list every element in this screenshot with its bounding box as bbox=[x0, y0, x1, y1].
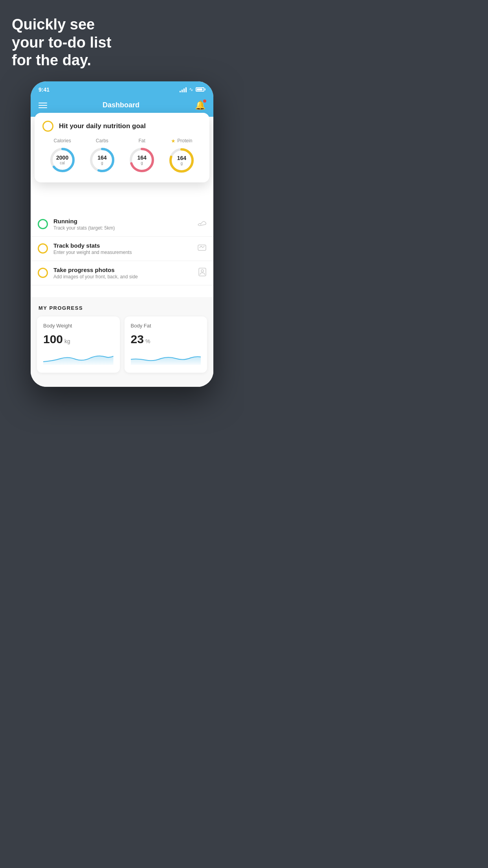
body-weight-value-row: 100 kg bbox=[43, 333, 114, 346]
notification-dot bbox=[203, 99, 206, 103]
signal-icon bbox=[180, 87, 187, 92]
card-title-row: Hit your daily nutrition goal bbox=[42, 121, 202, 132]
fat-ring: 164 g bbox=[128, 146, 156, 174]
todo-text-body-stats: Track body stats Enter your weight and m… bbox=[53, 242, 192, 255]
body-weight-unit: kg bbox=[64, 338, 70, 344]
status-time: 9:41 bbox=[39, 86, 50, 93]
body-weight-label: Body Weight bbox=[43, 323, 114, 329]
todo-subtitle-running: Track your stats (target: 5km) bbox=[53, 225, 192, 231]
progress-cards: Body Weight 100 kg bbox=[37, 316, 207, 373]
my-progress-section: MY PROGRESS Body Weight 100 kg bbox=[31, 297, 213, 379]
body-fat-unit: % bbox=[145, 338, 150, 344]
hero-title: Quickly see your to-do list for the day. bbox=[12, 16, 111, 70]
todo-title-body-stats: Track body stats bbox=[53, 242, 192, 249]
todo-title-running: Running bbox=[53, 218, 192, 224]
body-fat-sparkline bbox=[131, 351, 201, 365]
svg-rect-8 bbox=[198, 245, 206, 250]
calories-value: 2000 bbox=[56, 155, 68, 161]
todo-circle-running bbox=[38, 219, 48, 229]
protein-ring: 164 g bbox=[167, 146, 196, 175]
body-weight-value: 100 bbox=[43, 333, 63, 346]
calories-ring: 2000 cal bbox=[48, 146, 77, 174]
svg-point-10 bbox=[201, 270, 204, 272]
scale-icon bbox=[198, 244, 206, 254]
my-progress-title: MY PROGRESS bbox=[37, 305, 207, 311]
todo-list: Running Track your stats (target: 5km) bbox=[31, 212, 213, 285]
body-weight-sparkline bbox=[43, 351, 114, 365]
nutrition-carbs: Carbs 164 g bbox=[88, 138, 116, 174]
hero-section: Quickly see your to-do list for the day. bbox=[0, 0, 123, 70]
nutrition-fat: Fat 164 g bbox=[128, 138, 156, 174]
body-fat-value-row: 23 % bbox=[131, 333, 201, 346]
fat-unit: g bbox=[137, 161, 146, 165]
battery-icon bbox=[196, 87, 205, 92]
person-icon bbox=[198, 268, 206, 278]
carbs-unit: g bbox=[97, 161, 106, 165]
carbs-ring: 164 g bbox=[88, 146, 116, 174]
task-circle-nutrition bbox=[42, 121, 53, 132]
menu-button[interactable] bbox=[39, 103, 47, 108]
star-icon: ★ bbox=[171, 138, 176, 144]
nutrition-row: Calories 2000 cal bbox=[42, 138, 202, 175]
notification-button[interactable]: 🔔 bbox=[195, 100, 205, 110]
todo-subtitle-body-stats: Enter your weight and measurements bbox=[53, 250, 192, 255]
protein-label: ★ Protein bbox=[171, 138, 192, 144]
todo-circle-body-stats bbox=[38, 243, 48, 254]
todo-photos[interactable]: Take progress photos Add images of your … bbox=[31, 261, 213, 285]
header-title: Dashboard bbox=[103, 101, 139, 109]
body-weight-card: Body Weight 100 kg bbox=[37, 316, 120, 373]
shoe-icon bbox=[198, 220, 206, 229]
todo-running[interactable]: Running Track your stats (target: 5km) bbox=[31, 212, 213, 237]
phone-mockup: 9:41 ∿ Dashboard bbox=[31, 81, 213, 387]
nutrition-calories: Calories 2000 cal bbox=[48, 138, 77, 174]
todo-circle-photos bbox=[38, 268, 48, 278]
calories-label: Calories bbox=[54, 138, 71, 143]
calories-unit: cal bbox=[56, 161, 68, 165]
status-icons: ∿ bbox=[180, 86, 205, 92]
nutrition-protein: ★ Protein 164 g bbox=[167, 138, 196, 175]
fat-label: Fat bbox=[138, 138, 145, 143]
fat-value: 164 bbox=[137, 155, 146, 161]
carbs-label: Carbs bbox=[96, 138, 108, 143]
content-area: THINGS TO DO TODAY Hit your daily nutrit… bbox=[31, 117, 213, 387]
nutrition-card: Hit your daily nutrition goal Calories bbox=[35, 113, 209, 182]
todo-text-running: Running Track your stats (target: 5km) bbox=[53, 218, 192, 231]
todo-subtitle-photos: Add images of your front, back, and side bbox=[53, 274, 193, 280]
carbs-value: 164 bbox=[97, 155, 106, 161]
card-title: Hit your daily nutrition goal bbox=[59, 122, 146, 130]
wifi-icon: ∿ bbox=[189, 86, 193, 92]
body-fat-value: 23 bbox=[131, 333, 144, 346]
body-fat-card: Body Fat 23 % bbox=[125, 316, 207, 373]
status-bar: 9:41 ∿ bbox=[31, 81, 213, 96]
phone-frame: 9:41 ∿ Dashboard bbox=[31, 81, 213, 387]
protein-value: 164 bbox=[177, 155, 186, 161]
todo-text-photos: Take progress photos Add images of your … bbox=[53, 267, 193, 280]
todo-title-photos: Take progress photos bbox=[53, 267, 193, 273]
protein-unit: g bbox=[177, 161, 186, 166]
body-fat-label: Body Fat bbox=[131, 323, 201, 329]
todo-body-stats[interactable]: Track body stats Enter your weight and m… bbox=[31, 237, 213, 261]
